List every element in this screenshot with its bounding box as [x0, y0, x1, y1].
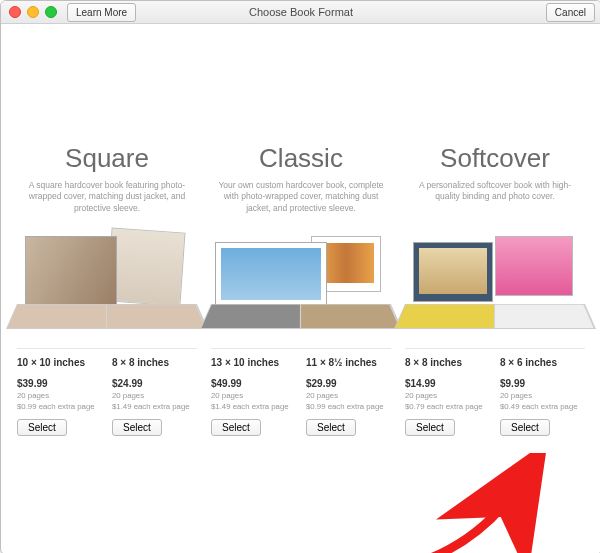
option-price: $14.99: [405, 378, 490, 389]
format-classic: Classic Your own custom hardcover book, …: [211, 143, 391, 436]
option-extra: $1.49 each extra page: [112, 402, 197, 411]
option: 11 × 8½ inches $29.99 20 pages $0.99 eac…: [306, 357, 391, 436]
option: 10 × 10 inches $39.99 20 pages $0.99 eac…: [17, 357, 102, 436]
option-price: $9.99: [500, 378, 585, 389]
option-pages: 20 pages: [306, 391, 391, 400]
format-desc: Your own custom hardcover book, complete…: [211, 180, 391, 222]
option-price: $39.99: [17, 378, 102, 389]
close-icon[interactable]: [9, 6, 21, 18]
option-size: 8 × 8 inches: [405, 357, 490, 368]
select-button[interactable]: Select: [211, 419, 261, 436]
option-extra: $0.79 each extra page: [405, 402, 490, 411]
zoom-icon[interactable]: [45, 6, 57, 18]
option-extra: $0.99 each extra page: [306, 402, 391, 411]
option: 13 × 10 inches $49.99 20 pages $1.49 eac…: [211, 357, 296, 436]
window-controls: [9, 6, 57, 18]
divider: [17, 348, 197, 349]
option-extra: $0.49 each extra page: [500, 402, 585, 411]
option-pages: 20 pages: [211, 391, 296, 400]
select-button[interactable]: Select: [306, 419, 356, 436]
option-extra: $0.99 each extra page: [17, 402, 102, 411]
cancel-button[interactable]: Cancel: [546, 3, 595, 22]
option: 8 × 6 inches $9.99 20 pages $0.49 each e…: [500, 357, 585, 436]
option: 8 × 8 inches $24.99 20 pages $1.49 each …: [112, 357, 197, 436]
option: 8 × 8 inches $14.99 20 pages $0.79 each …: [405, 357, 490, 436]
format-desc: A personalized softcover book with high-…: [405, 180, 585, 222]
option-size: 8 × 6 inches: [500, 357, 585, 368]
divider: [211, 348, 391, 349]
select-button[interactable]: Select: [112, 419, 162, 436]
option-size: 13 × 10 inches: [211, 357, 296, 368]
format-title: Classic: [211, 143, 391, 174]
format-square: Square A square hardcover book featuring…: [17, 143, 197, 436]
titlebar: Learn More Choose Book Format Cancel: [1, 1, 600, 24]
learn-more-button[interactable]: Learn More: [67, 3, 136, 22]
content: Square A square hardcover book featuring…: [1, 23, 600, 553]
option-price: $29.99: [306, 378, 391, 389]
divider: [405, 348, 585, 349]
format-title: Softcover: [405, 143, 585, 174]
option-size: 8 × 8 inches: [112, 357, 197, 368]
select-button[interactable]: Select: [17, 419, 67, 436]
preview-square: [17, 228, 197, 338]
select-button[interactable]: Select: [405, 419, 455, 436]
option-pages: 20 pages: [500, 391, 585, 400]
select-button[interactable]: Select: [500, 419, 550, 436]
option-price: $24.99: [112, 378, 197, 389]
option-price: $49.99: [211, 378, 296, 389]
format-title: Square: [17, 143, 197, 174]
option-pages: 20 pages: [405, 391, 490, 400]
format-softcover: Softcover A personalized softcover book …: [405, 143, 585, 436]
option-size: 10 × 10 inches: [17, 357, 102, 368]
annotation-arrow-icon: [411, 453, 581, 553]
preview-softcover: [405, 228, 585, 338]
format-desc: A square hardcover book featuring photo-…: [17, 180, 197, 222]
option-pages: 20 pages: [17, 391, 102, 400]
option-size: 11 × 8½ inches: [306, 357, 391, 368]
option-pages: 20 pages: [112, 391, 197, 400]
minimize-icon[interactable]: [27, 6, 39, 18]
preview-classic: [211, 228, 391, 338]
option-extra: $1.49 each extra page: [211, 402, 296, 411]
